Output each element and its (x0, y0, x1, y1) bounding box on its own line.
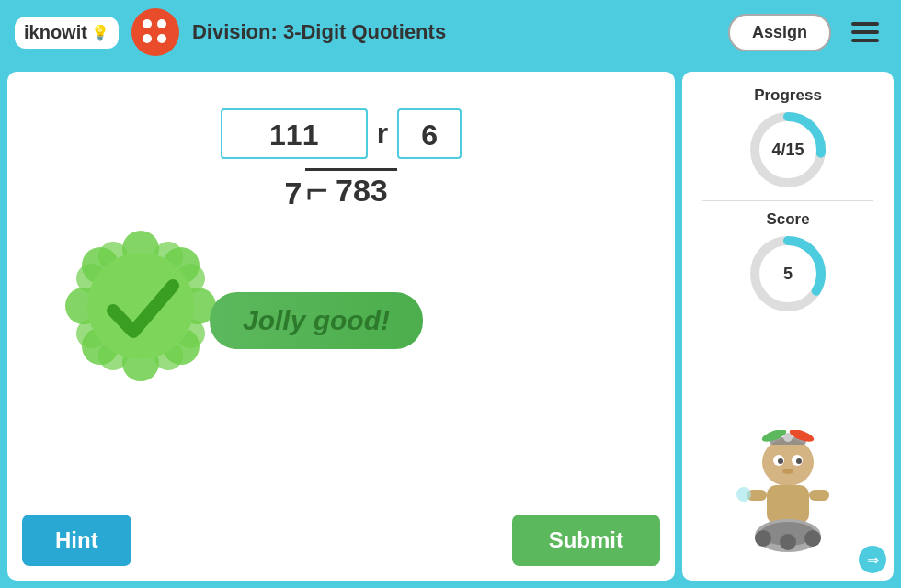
main-area: 111 r 6 7 ⌐ 783 (0, 64, 901, 588)
flower-svg (53, 219, 228, 393)
dice-dot (143, 34, 152, 43)
score-ring: 5 (747, 232, 829, 315)
assign-button[interactable]: Assign (728, 14, 831, 51)
dice-dot (157, 34, 166, 43)
svg-rect-31 (767, 485, 809, 524)
dice-dot (157, 19, 166, 28)
dividend: 783 (328, 173, 388, 209)
score-title: Score (766, 210, 809, 229)
header: iknowit 💡 Division: 3-Digit Quotients As… (0, 0, 901, 64)
nav-arrow-icon: ⇒ (867, 551, 879, 569)
hint-button[interactable]: Hint (22, 514, 131, 566)
page-title: Division: 3-Digit Quotients (192, 20, 715, 44)
menu-button[interactable] (844, 15, 886, 50)
svg-point-28 (778, 458, 783, 464)
bracket-wrap: ⌐ 783 (305, 168, 397, 209)
svg-point-36 (755, 530, 771, 547)
nav-icon[interactable]: ⇒ (859, 546, 886, 573)
answer-area: 111 r 6 (221, 108, 462, 159)
sidebar-panel: Progress 4/15 Score 5 (682, 72, 894, 581)
bottom-bar: Hint Submit (22, 514, 660, 566)
score-section: Score 5 (747, 210, 829, 315)
hamburger-line-2 (851, 30, 879, 34)
svg-point-38 (804, 530, 821, 547)
svg-point-37 (780, 534, 796, 550)
logo-text: iknowit (24, 22, 87, 43)
submit-button[interactable]: Submit (512, 514, 660, 566)
correct-badge (53, 219, 228, 397)
progress-value: 4/15 (771, 141, 804, 160)
logo: iknowit 💡 (15, 17, 119, 49)
hamburger-line-1 (851, 22, 879, 26)
feedback-text: Jolly good! (243, 305, 390, 335)
svg-point-16 (87, 253, 194, 359)
svg-point-21 (762, 438, 814, 486)
problem-panel: 111 r 6 7 ⌐ 783 (7, 72, 675, 581)
dice-icon (131, 8, 179, 56)
hamburger-line-3 (851, 39, 879, 42)
progress-title: Progress (754, 86, 822, 105)
svg-point-29 (796, 458, 802, 464)
svg-point-39 (736, 487, 751, 502)
svg-point-30 (782, 469, 793, 474)
bracket-symbol: ⌐ (305, 171, 328, 209)
progress-section: Progress 4/15 (747, 86, 829, 191)
divisor: 7 (285, 175, 302, 211)
logo-bulb-icon: 💡 (91, 24, 109, 41)
progress-ring: 4/15 (747, 108, 829, 191)
score-value: 5 (783, 265, 793, 284)
quotient-input[interactable]: 111 (221, 108, 368, 159)
divider-1 (702, 200, 872, 201)
mascot-area (728, 324, 848, 566)
remainder-input[interactable]: 6 (397, 108, 462, 159)
feedback-banner: Jolly good! (210, 292, 423, 349)
dice-dot (143, 19, 152, 28)
svg-rect-33 (809, 490, 829, 501)
remainder-label: r (377, 108, 388, 159)
division-bracket: 7 ⌐ 783 (285, 168, 398, 211)
mascot-svg (728, 430, 848, 559)
